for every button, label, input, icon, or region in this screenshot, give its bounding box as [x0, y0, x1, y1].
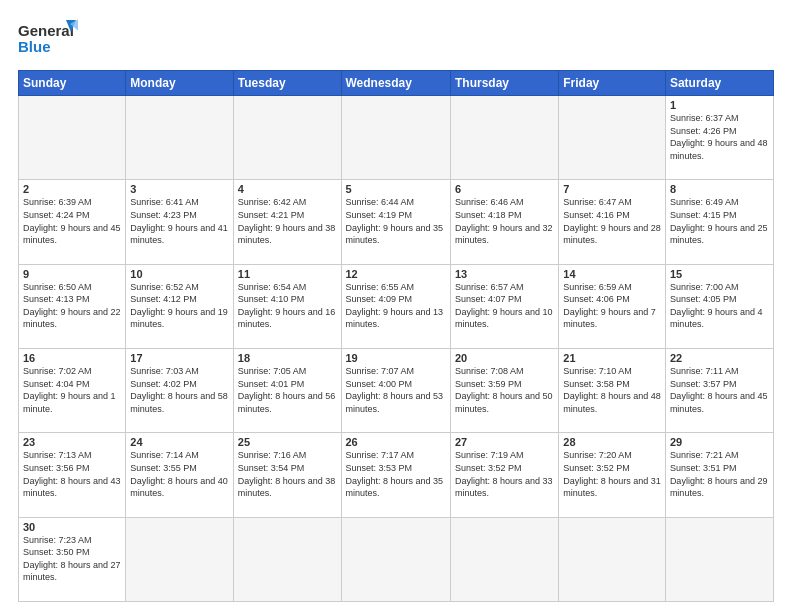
day-info: Sunrise: 7:11 AMSunset: 3:57 PMDaylight:… — [670, 365, 769, 415]
weekday-header-saturday: Saturday — [665, 71, 773, 96]
day-number: 16 — [23, 352, 121, 364]
weekday-header-row: SundayMondayTuesdayWednesdayThursdayFrid… — [19, 71, 774, 96]
calendar-cell: 17Sunrise: 7:03 AMSunset: 4:02 PMDayligh… — [126, 348, 233, 432]
calendar-table: SundayMondayTuesdayWednesdayThursdayFrid… — [18, 70, 774, 602]
day-info: Sunrise: 6:57 AMSunset: 4:07 PMDaylight:… — [455, 281, 554, 331]
day-number: 19 — [346, 352, 446, 364]
calendar-cell: 21Sunrise: 7:10 AMSunset: 3:58 PMDayligh… — [559, 348, 666, 432]
day-number: 24 — [130, 436, 228, 448]
day-number: 14 — [563, 268, 661, 280]
calendar-cell: 7Sunrise: 6:47 AMSunset: 4:16 PMDaylight… — [559, 180, 666, 264]
calendar-week-row: 16Sunrise: 7:02 AMSunset: 4:04 PMDayligh… — [19, 348, 774, 432]
day-info: Sunrise: 6:49 AMSunset: 4:15 PMDaylight:… — [670, 196, 769, 246]
day-info: Sunrise: 6:52 AMSunset: 4:12 PMDaylight:… — [130, 281, 228, 331]
calendar-week-row: 23Sunrise: 7:13 AMSunset: 3:56 PMDayligh… — [19, 433, 774, 517]
day-number: 29 — [670, 436, 769, 448]
page: General Blue SundayMondayTuesdayWednesda… — [0, 0, 792, 612]
day-number: 25 — [238, 436, 337, 448]
calendar-cell: 10Sunrise: 6:52 AMSunset: 4:12 PMDayligh… — [126, 264, 233, 348]
day-number: 20 — [455, 352, 554, 364]
day-info: Sunrise: 6:47 AMSunset: 4:16 PMDaylight:… — [563, 196, 661, 246]
calendar-cell — [665, 517, 773, 601]
calendar-cell — [19, 96, 126, 180]
calendar-cell — [450, 517, 558, 601]
day-number: 3 — [130, 183, 228, 195]
calendar-cell — [233, 517, 341, 601]
calendar-cell — [450, 96, 558, 180]
day-number: 15 — [670, 268, 769, 280]
svg-text:Blue: Blue — [18, 38, 51, 55]
day-info: Sunrise: 7:16 AMSunset: 3:54 PMDaylight:… — [238, 449, 337, 499]
calendar-cell: 24Sunrise: 7:14 AMSunset: 3:55 PMDayligh… — [126, 433, 233, 517]
day-number: 5 — [346, 183, 446, 195]
calendar-cell — [126, 517, 233, 601]
day-info: Sunrise: 6:59 AMSunset: 4:06 PMDaylight:… — [563, 281, 661, 331]
logo: General Blue — [18, 18, 78, 62]
calendar-cell — [341, 96, 450, 180]
calendar-cell: 3Sunrise: 6:41 AMSunset: 4:23 PMDaylight… — [126, 180, 233, 264]
calendar-cell: 29Sunrise: 7:21 AMSunset: 3:51 PMDayligh… — [665, 433, 773, 517]
day-number: 1 — [670, 99, 769, 111]
day-info: Sunrise: 7:00 AMSunset: 4:05 PMDaylight:… — [670, 281, 769, 331]
day-number: 13 — [455, 268, 554, 280]
calendar-cell: 19Sunrise: 7:07 AMSunset: 4:00 PMDayligh… — [341, 348, 450, 432]
day-info: Sunrise: 7:07 AMSunset: 4:00 PMDaylight:… — [346, 365, 446, 415]
weekday-header-sunday: Sunday — [19, 71, 126, 96]
calendar-week-row: 30Sunrise: 7:23 AMSunset: 3:50 PMDayligh… — [19, 517, 774, 601]
svg-text:General: General — [18, 22, 74, 39]
day-info: Sunrise: 7:21 AMSunset: 3:51 PMDaylight:… — [670, 449, 769, 499]
calendar-cell: 12Sunrise: 6:55 AMSunset: 4:09 PMDayligh… — [341, 264, 450, 348]
day-info: Sunrise: 7:02 AMSunset: 4:04 PMDaylight:… — [23, 365, 121, 415]
day-number: 12 — [346, 268, 446, 280]
calendar-cell: 27Sunrise: 7:19 AMSunset: 3:52 PMDayligh… — [450, 433, 558, 517]
calendar-cell: 2Sunrise: 6:39 AMSunset: 4:24 PMDaylight… — [19, 180, 126, 264]
calendar-cell: 13Sunrise: 6:57 AMSunset: 4:07 PMDayligh… — [450, 264, 558, 348]
day-number: 7 — [563, 183, 661, 195]
calendar-cell: 11Sunrise: 6:54 AMSunset: 4:10 PMDayligh… — [233, 264, 341, 348]
generalblue-logo-icon: General Blue — [18, 18, 78, 62]
day-info: Sunrise: 7:19 AMSunset: 3:52 PMDaylight:… — [455, 449, 554, 499]
day-info: Sunrise: 7:10 AMSunset: 3:58 PMDaylight:… — [563, 365, 661, 415]
day-info: Sunrise: 7:14 AMSunset: 3:55 PMDaylight:… — [130, 449, 228, 499]
day-number: 28 — [563, 436, 661, 448]
day-info: Sunrise: 7:17 AMSunset: 3:53 PMDaylight:… — [346, 449, 446, 499]
calendar-cell: 26Sunrise: 7:17 AMSunset: 3:53 PMDayligh… — [341, 433, 450, 517]
calendar-cell — [559, 96, 666, 180]
calendar-cell: 16Sunrise: 7:02 AMSunset: 4:04 PMDayligh… — [19, 348, 126, 432]
day-number: 17 — [130, 352, 228, 364]
header: General Blue — [18, 18, 774, 62]
calendar-cell: 14Sunrise: 6:59 AMSunset: 4:06 PMDayligh… — [559, 264, 666, 348]
calendar-week-row: 9Sunrise: 6:50 AMSunset: 4:13 PMDaylight… — [19, 264, 774, 348]
day-info: Sunrise: 7:13 AMSunset: 3:56 PMDaylight:… — [23, 449, 121, 499]
day-info: Sunrise: 6:37 AMSunset: 4:26 PMDaylight:… — [670, 112, 769, 162]
day-number: 23 — [23, 436, 121, 448]
day-number: 6 — [455, 183, 554, 195]
day-info: Sunrise: 6:54 AMSunset: 4:10 PMDaylight:… — [238, 281, 337, 331]
weekday-header-monday: Monday — [126, 71, 233, 96]
day-info: Sunrise: 7:03 AMSunset: 4:02 PMDaylight:… — [130, 365, 228, 415]
day-info: Sunrise: 6:50 AMSunset: 4:13 PMDaylight:… — [23, 281, 121, 331]
day-info: Sunrise: 6:42 AMSunset: 4:21 PMDaylight:… — [238, 196, 337, 246]
day-number: 21 — [563, 352, 661, 364]
calendar-cell: 23Sunrise: 7:13 AMSunset: 3:56 PMDayligh… — [19, 433, 126, 517]
day-info: Sunrise: 7:23 AMSunset: 3:50 PMDaylight:… — [23, 534, 121, 584]
day-number: 9 — [23, 268, 121, 280]
day-info: Sunrise: 7:08 AMSunset: 3:59 PMDaylight:… — [455, 365, 554, 415]
weekday-header-tuesday: Tuesday — [233, 71, 341, 96]
calendar-week-row: 1Sunrise: 6:37 AMSunset: 4:26 PMDaylight… — [19, 96, 774, 180]
calendar-cell: 25Sunrise: 7:16 AMSunset: 3:54 PMDayligh… — [233, 433, 341, 517]
day-info: Sunrise: 6:46 AMSunset: 4:18 PMDaylight:… — [455, 196, 554, 246]
day-number: 22 — [670, 352, 769, 364]
day-info: Sunrise: 7:20 AMSunset: 3:52 PMDaylight:… — [563, 449, 661, 499]
day-number: 8 — [670, 183, 769, 195]
calendar-cell: 8Sunrise: 6:49 AMSunset: 4:15 PMDaylight… — [665, 180, 773, 264]
calendar-cell: 4Sunrise: 6:42 AMSunset: 4:21 PMDaylight… — [233, 180, 341, 264]
day-number: 2 — [23, 183, 121, 195]
day-number: 26 — [346, 436, 446, 448]
day-info: Sunrise: 6:44 AMSunset: 4:19 PMDaylight:… — [346, 196, 446, 246]
weekday-header-wednesday: Wednesday — [341, 71, 450, 96]
day-info: Sunrise: 6:41 AMSunset: 4:23 PMDaylight:… — [130, 196, 228, 246]
calendar-week-row: 2Sunrise: 6:39 AMSunset: 4:24 PMDaylight… — [19, 180, 774, 264]
day-info: Sunrise: 6:55 AMSunset: 4:09 PMDaylight:… — [346, 281, 446, 331]
day-number: 4 — [238, 183, 337, 195]
